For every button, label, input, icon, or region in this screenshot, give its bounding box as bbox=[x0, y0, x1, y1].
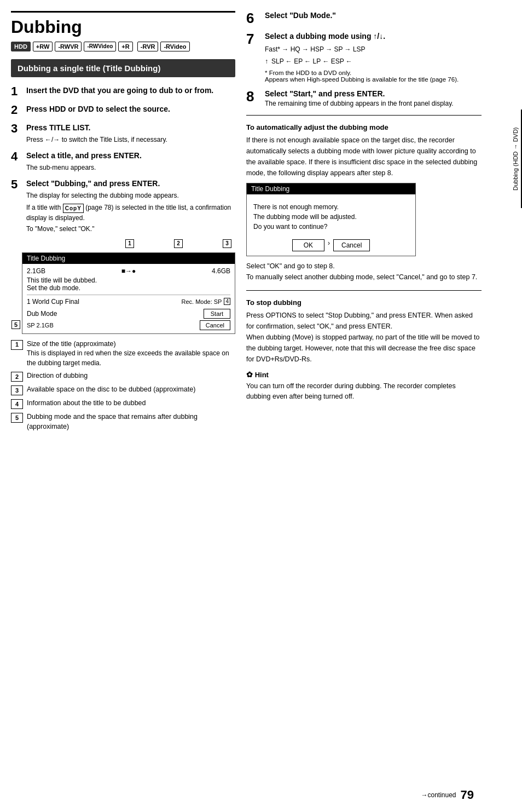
step-4: 4 Select a title, and press ENTER. The s… bbox=[11, 150, 235, 172]
auto-adjust-body: If there is not enough available space o… bbox=[246, 135, 482, 178]
screen2-line2: The dubbing mode will be adjusted. bbox=[253, 212, 409, 222]
cancel2-button[interactable]: Cancel bbox=[333, 239, 370, 251]
step-7-number: 7 bbox=[246, 32, 265, 46]
callout-5-text: Dubbing mode and the space that remains … bbox=[27, 412, 235, 431]
step-4-sub: The sub-menu appears. bbox=[26, 163, 235, 172]
screen2-header: Title Dubbing bbox=[247, 183, 415, 194]
screen1-info-row: 2.1GB ■→● 4.6GB bbox=[27, 267, 230, 275]
stop-dubbing-body: Press OPTIONS to select "Stop Dubbing," … bbox=[246, 310, 482, 365]
continued-text: →continued bbox=[421, 791, 456, 799]
after-screen2-text1: Select "OK" and go to step 8. bbox=[246, 261, 482, 272]
badge-hdd: HDD bbox=[11, 42, 31, 51]
step-2: 2 Press HDD or DVD to select the source. bbox=[11, 103, 235, 117]
callout-2-text: Direction of dubbing bbox=[27, 371, 88, 381]
stop-dubbing-section: To stop dubbing Press OPTIONS to select … bbox=[246, 298, 482, 365]
callout-3-num: 3 bbox=[11, 385, 23, 395]
callout-4-indicator: 4 bbox=[224, 298, 230, 305]
callout-item-4: 4 Information about the title to be dubb… bbox=[11, 399, 235, 409]
step-1-number: 1 bbox=[11, 85, 26, 98]
callout-item-5: 5 Dubbing mode and the space that remain… bbox=[11, 412, 235, 431]
screen2-text: There is not enough memory. The dubbing … bbox=[253, 202, 409, 232]
arrow-indicator: › bbox=[328, 239, 330, 251]
step-5: 5 Select "Dubbing," and press ENTER. The… bbox=[11, 178, 235, 233]
step-4-number: 4 bbox=[11, 150, 26, 163]
screen1-dub-row: Dub Mode Start bbox=[27, 309, 230, 319]
hint-title: ✿ Hint bbox=[246, 370, 482, 379]
callout-num-3-label: 3 bbox=[223, 239, 231, 248]
step-5-sub3: To "Move," select "OK." bbox=[26, 224, 235, 234]
page-number: 79 bbox=[461, 788, 474, 802]
step-6-content: Select "Dub Mode." bbox=[265, 11, 482, 20]
screen1-body: 2.1GB ■→● 4.6GB This title will be dubbe… bbox=[22, 264, 235, 333]
step-3-content: Press TITLE LIST. Press ←/→ to switch th… bbox=[26, 122, 235, 145]
screen1-world-cup: 1 World Cup Final bbox=[27, 298, 79, 306]
screen1-sp-label: SP 2.1GB bbox=[27, 322, 54, 329]
hint-section: ✿ Hint You can turn off the recorder dur… bbox=[246, 370, 482, 402]
step-8: 8 Select "Start," and press ENTER. The r… bbox=[246, 89, 482, 107]
section-header: Dubbing a single title (Title Dubbing) bbox=[11, 59, 235, 77]
page-title: Dubbing bbox=[11, 11, 235, 37]
callout-num-1-label: 1 bbox=[125, 239, 134, 248]
callout-list: 1 Size of the title (approximate)This is… bbox=[11, 339, 235, 432]
callout-item-2: 2 Direction of dubbing bbox=[11, 371, 235, 382]
screen2-body: There is not enough memory. The dubbing … bbox=[247, 194, 415, 256]
step-2-content: Press HDD or DVD to select the source. bbox=[26, 103, 235, 115]
step-3-number: 3 bbox=[11, 122, 26, 135]
screen1-buttons: Start bbox=[204, 309, 230, 319]
cancel-button[interactable]: Cancel bbox=[200, 320, 230, 330]
callout-5-indicator: 5 bbox=[11, 320, 20, 329]
page-footer: →continued 79 bbox=[421, 788, 474, 802]
badge-rvr: -RVR bbox=[137, 42, 159, 51]
hint-body: You can turn off the recorder during dub… bbox=[246, 381, 482, 402]
screen1-disc-size: 4.6GB bbox=[212, 267, 230, 275]
callout-2-num: 2 bbox=[11, 372, 23, 382]
step-6-number: 6 bbox=[246, 11, 265, 25]
screen2-line1: There is not enough memory. bbox=[253, 202, 409, 212]
callout-4-text: Information about the title to be dubbed bbox=[27, 399, 146, 408]
step-3-sub: Press ←/→ to switch the Title Lists, if … bbox=[26, 135, 235, 145]
step-2-number: 2 bbox=[11, 103, 26, 117]
step-1: 1 Insert the DVD that you are going to d… bbox=[11, 85, 235, 98]
copy-badge: CopY bbox=[63, 204, 84, 213]
screen1-header: Title Dubbing bbox=[22, 253, 235, 264]
ok-button[interactable]: OK bbox=[292, 239, 324, 251]
step-4-content: Select a title, and press ENTER. The sub… bbox=[26, 150, 235, 172]
step-5-content: Select "Dubbing," and press ENTER. The d… bbox=[26, 178, 235, 233]
divider-1 bbox=[246, 115, 482, 116]
screen1-rec-mode: Rec. Mode: SP 4 bbox=[181, 298, 230, 305]
step-7: 7 Select a dubbing mode using ↑/↓. Fast*… bbox=[246, 32, 482, 83]
screen-mockup-1: Title Dubbing 2.1GB ■→● 4.6GB This title… bbox=[22, 252, 235, 334]
screen2-buttons: OK › Cancel bbox=[253, 239, 409, 251]
callout-num-2-label: 2 bbox=[174, 239, 183, 248]
divider-2 bbox=[246, 290, 482, 291]
step-8-content: Select "Start," and press ENTER. The rem… bbox=[265, 89, 482, 107]
mode-flow: Fast* → HQ → HSP → SP → LSP ↑SLP ← EP ← … bbox=[265, 44, 482, 67]
callout-1-num: 1 bbox=[11, 340, 23, 350]
callout-item-3: 3 Available space on the disc to be dubb… bbox=[11, 385, 235, 395]
callout-3-text: Available space on the disc to be dubbed… bbox=[27, 385, 195, 395]
step-5-sub1: The display for selecting the dubbing mo… bbox=[26, 191, 235, 200]
screen1-title-row: 1 World Cup Final Rec. Mode: SP 4 bbox=[27, 298, 230, 306]
step-8-number: 8 bbox=[246, 89, 265, 103]
screen1-sp-row: SP 2.1GB Cancel bbox=[27, 320, 230, 330]
callout-5-num: 5 bbox=[11, 413, 23, 423]
badge-rwvideo: -RWVideo bbox=[84, 42, 116, 51]
callout-1-text: Size of the title (approximate)This is d… bbox=[27, 339, 235, 368]
step-7-footnote1: * From the HDD to a DVD only. bbox=[265, 70, 482, 76]
screen1-set-text: Set the dub mode. bbox=[27, 284, 230, 292]
mode-flow-line1: Fast* → HQ → HSP → SP → LSP bbox=[265, 44, 482, 56]
sidebar: Dubbing (HDD → DVD) bbox=[501, 0, 522, 812]
screen-mockup-2: Title Dubbing There is not enough memory… bbox=[246, 183, 416, 256]
auto-adjust-section: To automatically adjust the dubbing mode… bbox=[246, 123, 482, 178]
callout-4-num: 4 bbox=[11, 399, 23, 409]
step-1-content: Insert the DVD that you are going to dub… bbox=[26, 85, 235, 96]
screen-mockup-wrapper: 1 2 3 Title Dubbing 2.1GB ■→● 4.6 bbox=[22, 239, 235, 334]
auto-adjust-title: To automatically adjust the dubbing mode bbox=[246, 123, 482, 131]
screen1-dubbed-text: This title will be dubbed. bbox=[27, 277, 230, 284]
step-7-content: Select a dubbing mode using ↑/↓. Fast* →… bbox=[265, 32, 482, 83]
sidebar-label: Dubbing (HDD → DVD) bbox=[510, 110, 522, 208]
step-7-footnote2: Appears when High-speed Dubbing is avail… bbox=[265, 76, 482, 83]
step-3: 3 Press TITLE LIST. Press ←/→ to switch … bbox=[11, 122, 235, 145]
screen1-arrow: ■→● bbox=[121, 267, 136, 275]
start-button[interactable]: Start bbox=[204, 309, 230, 319]
